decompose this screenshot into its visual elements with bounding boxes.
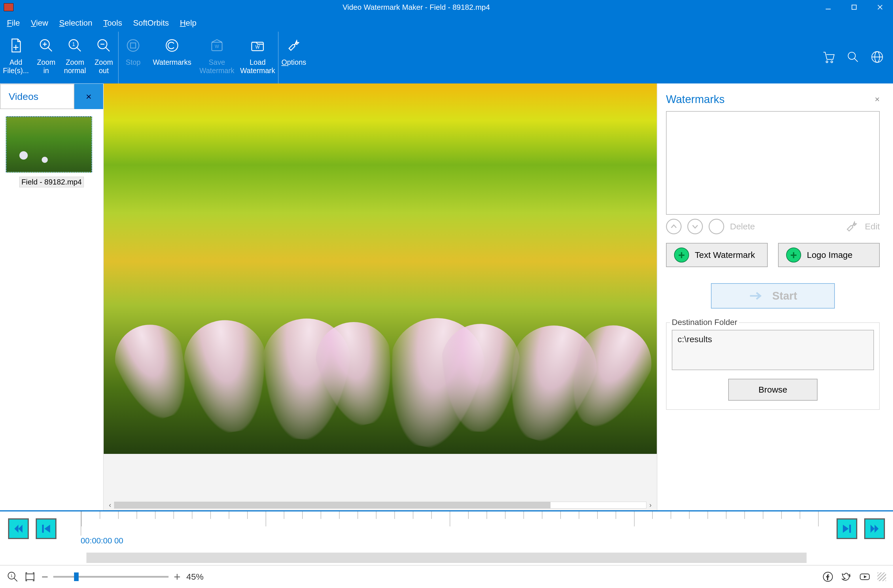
fit-screen-icon[interactable]	[24, 571, 36, 582]
svg-line-39	[14, 578, 17, 581]
close-button[interactable]	[867, 0, 893, 14]
menu-tools[interactable]: Tools	[104, 18, 122, 28]
timeline: 00:00:00 00	[0, 510, 893, 565]
timeline-ruler[interactable]	[81, 512, 818, 536]
step-back-button[interactable]	[36, 518, 56, 539]
svg-line-14	[106, 48, 110, 51]
edit-wrench-icon[interactable]	[845, 219, 859, 234]
stop-icon	[125, 37, 142, 54]
plus-icon: +	[674, 248, 689, 262]
menu-view[interactable]: View	[31, 18, 48, 28]
watermark-tools: Delete Edit	[666, 219, 880, 234]
svg-rect-32	[42, 525, 44, 533]
move-down-button[interactable]	[687, 219, 703, 234]
skip-forward-button[interactable]	[864, 518, 885, 539]
svg-marker-30	[14, 525, 18, 533]
start-button[interactable]: Start	[711, 283, 835, 309]
svg-text:W: W	[215, 44, 219, 49]
youtube-icon[interactable]	[859, 571, 870, 582]
svg-line-11	[77, 48, 81, 51]
browse-button[interactable]: Browse	[728, 379, 818, 400]
videos-tab[interactable]: Videos	[0, 84, 74, 109]
options-button[interactable]: Options	[278, 32, 309, 84]
menu-softorbits[interactable]: SoftOrbits	[133, 18, 169, 28]
delete-label: Delete	[730, 222, 755, 231]
watermarks-panel-title: Watermarks	[666, 93, 875, 106]
svg-point-25	[848, 52, 855, 59]
save-watermark-icon: W	[208, 37, 226, 54]
skip-back-button[interactable]	[8, 518, 29, 539]
svg-rect-41	[26, 574, 34, 580]
menu-file[interactable]: File	[7, 18, 20, 28]
globe-icon[interactable]	[870, 50, 884, 65]
video-thumbnail[interactable]	[6, 116, 92, 172]
zoom-minus-icon[interactable]: −	[42, 570, 48, 584]
svg-line-7	[48, 48, 52, 51]
svg-rect-17	[131, 43, 136, 48]
load-watermark-button[interactable]: W Load Watermark	[238, 32, 278, 84]
ribbon-right-tools	[822, 32, 884, 84]
minimize-button[interactable]	[815, 0, 841, 14]
zoom-normal-icon: 1	[66, 37, 84, 54]
watermarks-panel: Watermarks × Delete Edit + Text Watermar…	[657, 84, 893, 510]
search-icon[interactable]	[846, 50, 860, 65]
svg-marker-31	[18, 525, 23, 533]
svg-point-24	[831, 61, 833, 63]
svg-line-26	[854, 58, 858, 62]
cart-icon[interactable]	[822, 50, 836, 65]
watermarks-list[interactable]	[666, 111, 880, 215]
zoom-normal-button[interactable]: 1 Zoom normal	[60, 32, 89, 84]
timeline-scrubber[interactable]	[86, 553, 807, 563]
edit-label: Edit	[865, 222, 880, 231]
video-preview[interactable]	[104, 84, 657, 454]
remove-button[interactable]	[709, 219, 724, 234]
add-file-icon	[7, 37, 24, 54]
svg-marker-33	[44, 525, 50, 533]
zoom-slider[interactable]: − +	[42, 570, 180, 584]
zoom-actual-icon[interactable]: 1	[7, 571, 18, 582]
step-forward-button[interactable]	[837, 518, 857, 539]
save-watermark-button: W Save Watermark	[197, 32, 237, 84]
watermarks-button[interactable]: Watermarks	[147, 32, 197, 84]
svg-point-16	[127, 40, 139, 51]
logo-image-button[interactable]: + Logo Image	[778, 243, 880, 267]
add-files-button[interactable]: Add File(s)...	[0, 32, 32, 84]
main-area: Videos × Field - 89182.mp4 ‹ ›	[0, 84, 893, 510]
svg-marker-44	[864, 575, 867, 578]
window-title: Video Watermark Maker - Field - 89182.mp…	[17, 3, 815, 12]
zoom-plus-icon[interactable]: +	[174, 570, 180, 584]
maximize-button[interactable]	[841, 0, 867, 14]
watermarks-panel-close[interactable]: ×	[875, 94, 880, 104]
titlebar: Video Watermark Maker - Field - 89182.mp…	[0, 0, 893, 14]
scroll-right-arrow-icon[interactable]: ›	[646, 501, 654, 509]
zoom-value: 45%	[186, 572, 204, 582]
twitter-icon[interactable]	[840, 571, 852, 582]
zoom-in-icon	[38, 37, 55, 54]
menu-selection[interactable]: Selection	[59, 18, 92, 28]
video-thumbnail-caption: Field - 89182.mp4	[19, 177, 84, 188]
text-watermark-button[interactable]: + Text Watermark	[666, 243, 768, 267]
destination-folder-legend: Destination Folder	[670, 318, 739, 327]
timecode-label: 00:00:00 00	[81, 536, 818, 545]
svg-point-23	[826, 61, 828, 63]
window-controls	[815, 0, 893, 14]
zoom-out-icon	[95, 37, 112, 54]
svg-rect-35	[849, 525, 851, 533]
destination-folder-group: Destination Folder c:\results Browse	[666, 322, 880, 410]
arrow-right-icon	[749, 290, 764, 302]
svg-marker-36	[870, 525, 875, 533]
svg-text:1: 1	[11, 574, 12, 578]
videos-panel: Videos × Field - 89182.mp4	[0, 84, 104, 510]
facebook-icon[interactable]	[822, 571, 834, 582]
destination-folder-field[interactable]: c:\results	[672, 330, 874, 370]
menu-help[interactable]: Help	[180, 18, 197, 28]
preview-hscrollbar[interactable]: ‹ ›	[104, 500, 657, 510]
zoom-in-button[interactable]: Zoom in	[32, 32, 60, 84]
svg-marker-34	[843, 525, 849, 533]
scroll-left-arrow-icon[interactable]: ‹	[106, 501, 114, 509]
zoom-out-button[interactable]: Zoom out	[89, 32, 118, 84]
app-icon	[0, 0, 17, 14]
resize-grip-icon[interactable]	[878, 573, 886, 581]
move-up-button[interactable]	[666, 219, 681, 234]
videos-tab-close[interactable]: ×	[74, 84, 103, 109]
